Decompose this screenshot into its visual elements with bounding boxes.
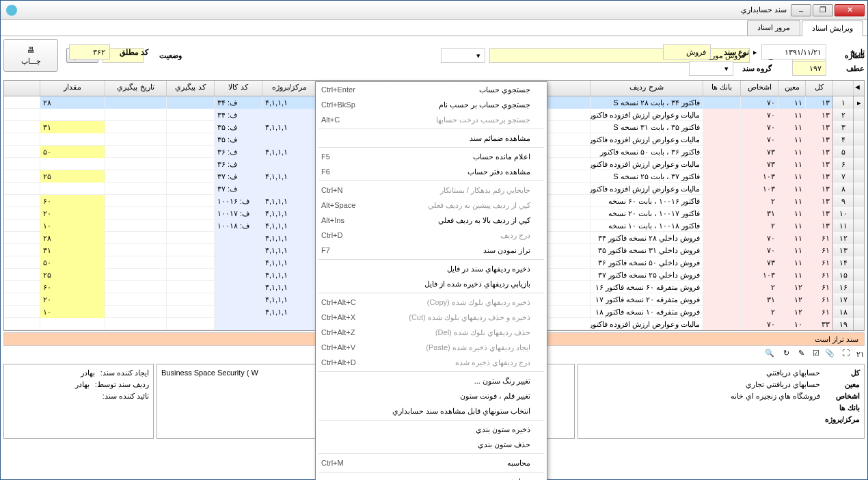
cell-trackcode[interactable] [166,170,214,183]
cell-persons[interactable]: ٧٣ [740,158,778,170]
cell-desc[interactable]: فاكتور ٣۵ ، بابت ٣١ نسخه S [590,121,703,133]
cell-desc[interactable]: ماليات وعوارض ارزش افزوده فاكتور [590,109,703,121]
cell-desc[interactable]: فروش متفرقه ٢٠ نسخه فاكتور ١٧ [590,293,703,306]
note-icon[interactable]: ✎ [794,349,804,360]
menu-item[interactable]: مشاهده دفتر حسابF6 [316,164,547,179]
cell-center[interactable] [262,158,316,170]
cell-desc[interactable]: فاكتور ٣۴ ، بابت ٢٨ نسخه S [590,96,703,109]
menu-item[interactable]: محاسبهCtrl+M [316,455,547,470]
col-trackcode[interactable]: كد پيگيري [166,81,214,96]
cell-moein[interactable]: ١١ [778,183,805,195]
cell-goods[interactable]: ف: ٣۴ [214,109,262,121]
col-rowdesc[interactable]: شرح رديف [590,81,703,96]
menu-item[interactable]: كپي از رديف بالا به رديف فعليAlt+Ins [316,213,547,228]
cell-trackdate[interactable] [105,109,166,121]
cell-trackdate[interactable] [105,269,166,281]
cell-amount[interactable] [40,109,105,121]
cell-amount[interactable] [40,158,105,170]
cell-total[interactable]: ١٣ [805,146,832,158]
cell-center[interactable] [262,183,316,195]
cell-moein[interactable]: ١٢ [778,293,805,306]
cell-moein[interactable]: ١٠ [778,318,805,330]
cell-moein[interactable]: ١١ [778,256,805,269]
cell-persons[interactable]: ٢ [740,195,778,207]
group-dropdown[interactable]: ▾ [689,61,733,76]
menu-item[interactable]: اعلام مانده حسابF5 [316,149,547,164]
cell-goods[interactable] [214,244,262,256]
cell-trackdate[interactable] [105,232,166,244]
cell-moein[interactable]: ١١ [778,195,805,207]
ref-value[interactable]: ١٩٧ [792,61,826,76]
cell-goods[interactable]: ف: ١٠٠١۶ [214,195,262,207]
cell-moein[interactable]: ١١ [778,170,805,183]
col-moein[interactable]: معين [778,81,805,96]
cell-desc[interactable]: فاكتور ٣٧ ، بابت ٢۵ نسخه S [590,170,703,183]
cell-total[interactable]: ١٣ [805,183,832,195]
cell-goods[interactable] [214,256,262,269]
cell-desc[interactable]: فروش داخلي ٣١ نسخه فاكتور ٣۵ [590,244,703,256]
menu-item[interactable]: تغيير رنگ ستون ... [316,373,547,388]
cell-persons[interactable]: ١٠٣ [740,269,778,281]
cell-trackdate[interactable] [105,183,166,195]
cell-banks[interactable] [703,281,740,293]
close-button[interactable]: ✕ [835,4,865,16]
menu-item[interactable]: ذخيره رديفهاي سند در فايل [316,261,547,276]
cell-desc[interactable]: فاكتور ١٠٠١٧ ، بابت ٢٠ نسخه [590,207,703,219]
cell-persons[interactable]: ١٠٣ [740,183,778,195]
cell-amount[interactable] [40,183,105,195]
cell-moein[interactable]: ١١ [778,146,805,158]
cell-banks[interactable] [703,219,740,232]
cell-desc[interactable]: ماليات وعوارض ارزش افزوده فاكتور [590,158,703,170]
cell-moein[interactable]: ١١ [778,96,805,109]
cell-center[interactable]: ١,١,١,۴ [262,306,316,318]
cell-trackcode[interactable] [166,232,214,244]
cell-persons[interactable]: ٧٠ [740,96,778,109]
menu-item[interactable]: مشاهده ضمائم سند [316,131,547,146]
cell-center[interactable] [262,133,316,146]
cell-desc[interactable]: فروش داخلي ۵٠ نسخه فاكتور ٣۶ [590,256,703,269]
menu-item[interactable]: حذف ستون بندي [316,437,547,452]
cell-banks[interactable] [703,293,740,306]
cell-moein[interactable]: ١١ [778,207,805,219]
cell-desc[interactable]: فروش داخلي ٢۵ نسخه فاكتور ٣٧ [590,269,703,281]
cell-center[interactable]: ١,١,١,۴ [262,170,316,183]
cell-goods[interactable] [214,269,262,281]
cell-persons[interactable]: ١٠٣ [740,170,778,183]
col-amount[interactable]: مقدار [40,81,105,96]
cell-banks[interactable] [703,146,740,158]
cell-trackcode[interactable] [166,121,214,133]
cell-center[interactable]: ١,١,١,۴ [262,195,316,207]
cell-total[interactable]: ۶١ [805,269,832,281]
cell-goods[interactable] [214,306,262,318]
menu-item[interactable]: ذخيره ستون بندي [316,422,547,437]
cell-total[interactable]: ۶١ [805,293,832,306]
cell-moein[interactable]: ١١ [778,158,805,170]
cell-trackcode[interactable] [166,146,214,158]
cell-trackcode[interactable] [166,269,214,281]
cell-amount[interactable]: ۶٠ [40,195,105,207]
expand-icon[interactable]: ⛶ [839,349,850,360]
date-value[interactable]: ١٣٩١/١١/٢١ [761,44,826,59]
cell-persons[interactable]: ٧٠ [740,133,778,146]
cell-amount[interactable]: ۶٠ [40,281,105,293]
cell-persons[interactable]: ٧٠ [740,232,778,244]
cell-center[interactable] [262,318,316,330]
cell-amount[interactable]: ۵٠ [40,256,105,269]
cell-desc[interactable]: فروش متفرقه ۶٠ نسخه فاكتور ١۶ [590,281,703,293]
cell-total[interactable]: ۶١ [805,281,832,293]
cell-total[interactable]: ١٣ [805,207,832,219]
cell-persons[interactable]: ٢ [740,219,778,232]
col-total[interactable]: كل [805,81,832,96]
col-center[interactable]: مركز/پروژه [262,81,316,96]
cell-goods[interactable]: ف: ٣۶ [214,146,262,158]
cell-total[interactable]: ۶١ [805,256,832,269]
cell-trackcode[interactable] [166,244,214,256]
cell-persons[interactable]: ٣١ [740,293,778,306]
cell-center[interactable] [262,109,316,121]
tab-review-docs[interactable]: مرور اسناد [747,20,800,36]
cell-goods[interactable]: ف: ٣٧ [214,183,262,195]
cell-center[interactable]: ١,١,١,۴ [262,121,316,133]
cell-moein[interactable]: ١١ [778,244,805,256]
cell-center[interactable]: ١,١,١,۴ [262,219,316,232]
cell-trackcode[interactable] [166,207,214,219]
